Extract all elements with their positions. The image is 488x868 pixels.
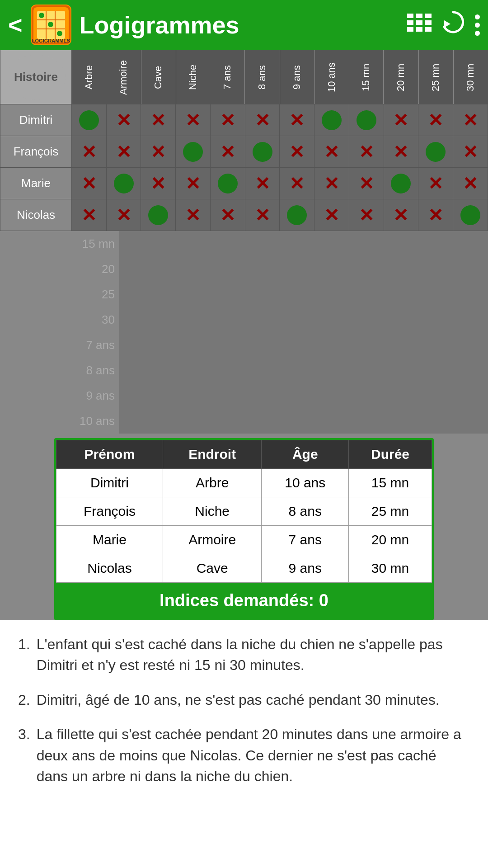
solution-row-2: MarieArmoire7 ans20 mn [56,526,432,554]
cell-0-10[interactable]: ✕ [418,104,453,136]
cell-0-6[interactable]: ✕ [280,104,314,136]
solution-cell-2-0: Marie [56,526,163,554]
svg-rect-19 [425,27,432,32]
bottom-row-label-7: 10 ans [0,408,119,434]
circle-icon [322,110,342,130]
cell-3-10[interactable]: ✕ [418,199,453,231]
grid-icon[interactable] [407,14,432,36]
bottom-cell-4-4 [242,332,273,358]
bottom-cell-3-9 [396,307,427,332]
cell-2-9[interactable] [384,168,418,199]
cell-0-0[interactable] [72,104,107,136]
svg-rect-16 [425,20,432,25]
cell-3-0[interactable]: ✕ [72,199,107,231]
cell-1-3[interactable] [176,136,211,168]
bottom-cell-5-6 [304,358,334,383]
bottom-cell-5-11 [457,358,488,383]
cell-0-7[interactable] [314,104,349,136]
col-header-7: 10 ans [314,50,349,104]
cell-3-1[interactable]: ✕ [106,199,141,231]
cell-0-9[interactable]: ✕ [384,104,418,136]
bottom-cell-4-3 [211,332,242,358]
cell-3-7[interactable]: ✕ [314,199,349,231]
cell-1-10[interactable] [418,136,453,168]
bottom-cell-5-5 [273,358,304,383]
cross-icon: ✕ [314,206,349,224]
cell-2-0[interactable]: ✕ [72,168,107,199]
cell-1-5[interactable] [245,136,280,168]
bottom-row-label-2: 25 [0,282,119,307]
cell-2-8[interactable]: ✕ [349,168,384,199]
cell-1-11[interactable]: ✕ [453,136,488,168]
cell-1-2[interactable]: ✕ [141,136,176,168]
cell-1-4[interactable]: ✕ [210,136,245,168]
cell-2-3[interactable]: ✕ [176,168,211,199]
bottom-cell-4-2 [181,332,211,358]
solution-panel-wrapper: PrénomEndroitÂgeDurée DimitriArbre10 ans… [0,434,488,620]
cell-0-5[interactable]: ✕ [245,104,280,136]
bottom-cell-4-8 [365,332,396,358]
cell-2-7[interactable]: ✕ [314,168,349,199]
cell-1-9[interactable]: ✕ [384,136,418,168]
cross-icon: ✕ [72,206,106,224]
bottom-cell-5-10 [427,358,457,383]
cell-3-8[interactable]: ✕ [349,199,384,231]
bottom-cell-0-1 [150,231,181,256]
cell-2-1[interactable] [106,168,141,199]
cross-icon: ✕ [453,111,488,129]
cell-3-6[interactable] [280,199,314,231]
bottom-cell-0-2 [181,231,211,256]
grid-section: Histoire ArbreArmoireCaveNiche7 ans8 ans… [0,50,488,231]
svg-rect-11 [407,14,413,18]
cross-icon: ✕ [384,143,418,161]
cell-2-6[interactable]: ✕ [280,168,314,199]
cell-2-11[interactable]: ✕ [453,168,488,199]
cell-2-5[interactable]: ✕ [245,168,280,199]
cell-3-9[interactable]: ✕ [384,199,418,231]
cell-3-4[interactable]: ✕ [210,199,245,231]
cell-0-11[interactable]: ✕ [453,104,488,136]
bottom-cell-6-7 [334,383,365,408]
cell-0-4[interactable]: ✕ [210,104,245,136]
circle-icon [287,205,307,225]
menu-icon[interactable] [475,14,480,36]
cell-0-8[interactable] [349,104,384,136]
grid-bottom-row-0: 15 mn [0,231,488,256]
svg-rect-18 [416,27,422,32]
cell-1-8[interactable]: ✕ [349,136,384,168]
svg-marker-20 [444,20,450,28]
bottom-cell-7-2 [181,408,211,434]
solution-tbody: DimitriArbre10 ans15 mnFrançoisNiche8 an… [56,469,432,583]
cell-1-7[interactable]: ✕ [314,136,349,168]
cell-2-4[interactable] [210,168,245,199]
cell-3-5[interactable]: ✕ [245,199,280,231]
cell-3-11[interactable] [453,199,488,231]
bottom-cell-2-7 [334,282,365,307]
bottom-cell-2-8 [365,282,396,307]
bottom-cell-7-10 [427,408,457,434]
cell-0-3[interactable]: ✕ [176,104,211,136]
cell-2-2[interactable]: ✕ [141,168,176,199]
grid-bottom-row-4: 7 ans [0,332,488,358]
bottom-cell-3-4 [242,307,273,332]
cell-1-6[interactable]: ✕ [280,136,314,168]
back-button[interactable]: < [8,13,23,37]
bottom-cell-4-10 [427,332,457,358]
bottom-cell-1-5 [273,256,304,282]
circle-icon [426,142,446,162]
cell-0-2[interactable]: ✕ [141,104,176,136]
svg-point-7 [39,13,44,18]
solution-cell-3-3: 30 mn [349,554,432,583]
cell-1-0[interactable]: ✕ [72,136,107,168]
cell-0-1[interactable]: ✕ [106,104,141,136]
cell-1-1[interactable]: ✕ [106,136,141,168]
solution-col-0: Prénom [56,440,163,469]
cross-icon: ✕ [245,206,280,224]
cell-2-10[interactable]: ✕ [418,168,453,199]
solution-cell-1-3: 25 mn [349,497,432,526]
cell-3-3[interactable]: ✕ [176,199,211,231]
refresh-icon[interactable] [440,9,467,42]
col-header-6: 9 ans [280,50,314,104]
bottom-cell-3-10 [427,307,457,332]
cell-3-2[interactable] [141,199,176,231]
